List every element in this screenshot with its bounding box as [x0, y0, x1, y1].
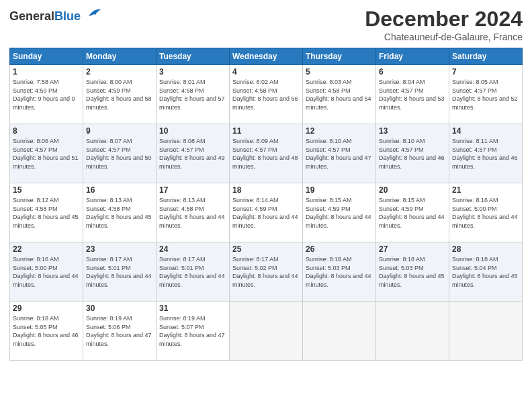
day-number: 22 — [13, 244, 80, 254]
day-info: Sunrise: 8:16 AMSunset: 5:00 PMDaylight:… — [13, 256, 79, 288]
day-number: 15 — [13, 185, 80, 195]
calendar-day-cell: 8 Sunrise: 8:06 AMSunset: 4:57 PMDayligh… — [10, 124, 83, 183]
logo-text: GeneralBlue — [9, 9, 81, 24]
day-info: Sunrise: 8:09 AMSunset: 4:57 PMDaylight:… — [232, 138, 298, 170]
calendar-day-cell: 25 Sunrise: 8:17 AMSunset: 5:02 PMDaylig… — [230, 242, 303, 302]
day-info: Sunrise: 8:18 AMSunset: 5:04 PMDaylight:… — [452, 256, 518, 288]
calendar-day-cell: 19 Sunrise: 8:15 AMSunset: 4:59 PMDaylig… — [303, 183, 376, 242]
day-info: Sunrise: 8:16 AMSunset: 5:00 PMDaylight:… — [452, 197, 518, 229]
day-number: 1 — [13, 67, 80, 77]
day-number: 14 — [452, 126, 519, 136]
calendar-day-cell: 4 Sunrise: 8:02 AMSunset: 4:58 PMDayligh… — [230, 65, 303, 124]
calendar-day-cell: 2 Sunrise: 8:00 AMSunset: 4:59 PMDayligh… — [83, 65, 157, 124]
col-friday: Friday — [376, 48, 449, 65]
calendar-day-cell — [230, 302, 303, 361]
day-number: 17 — [159, 185, 226, 195]
day-info: Sunrise: 8:14 AMSunset: 4:59 PMDaylight:… — [232, 197, 298, 229]
calendar-day-cell: 15 Sunrise: 8:12 AMSunset: 4:58 PMDaylig… — [10, 183, 83, 242]
day-info: Sunrise: 8:13 AMSunset: 4:58 PMDaylight:… — [159, 197, 225, 229]
calendar-day-cell — [303, 302, 376, 361]
day-number: 24 — [159, 244, 226, 254]
calendar-day-cell: 10 Sunrise: 8:08 AMSunset: 4:57 PMDaylig… — [157, 124, 230, 183]
day-number: 10 — [159, 126, 226, 136]
month-title: December 2024 — [365, 7, 523, 32]
calendar-day-cell: 23 Sunrise: 8:17 AMSunset: 5:01 PMDaylig… — [83, 242, 157, 302]
logo-bird-icon — [82, 7, 102, 21]
day-number: 31 — [159, 304, 226, 313]
day-info: Sunrise: 8:19 AMSunset: 5:06 PMDaylight:… — [86, 315, 152, 347]
calendar-week-row: 8 Sunrise: 8:06 AMSunset: 4:57 PMDayligh… — [10, 124, 523, 183]
calendar-day-cell: 9 Sunrise: 8:07 AMSunset: 4:57 PMDayligh… — [83, 124, 157, 183]
calendar-day-cell: 30 Sunrise: 8:19 AMSunset: 5:06 PMDaylig… — [83, 302, 157, 361]
calendar-day-cell: 1 Sunrise: 7:58 AMSunset: 4:59 PMDayligh… — [10, 65, 83, 124]
day-info: Sunrise: 8:17 AMSunset: 5:01 PMDaylight:… — [86, 256, 152, 288]
day-info: Sunrise: 8:10 AMSunset: 4:57 PMDaylight:… — [379, 138, 445, 170]
calendar-day-cell: 22 Sunrise: 8:16 AMSunset: 5:00 PMDaylig… — [10, 242, 83, 302]
day-info: Sunrise: 8:00 AMSunset: 4:59 PMDaylight:… — [86, 79, 152, 111]
calendar-day-cell: 21 Sunrise: 8:16 AMSunset: 5:00 PMDaylig… — [449, 183, 523, 242]
calendar-week-row: 22 Sunrise: 8:16 AMSunset: 5:00 PMDaylig… — [10, 242, 523, 302]
location-subtitle: Chateauneuf-de-Galaure, France — [365, 32, 523, 42]
calendar-week-row: 15 Sunrise: 8:12 AMSunset: 4:58 PMDaylig… — [10, 183, 523, 242]
day-number: 19 — [306, 185, 373, 195]
day-info: Sunrise: 8:18 AMSunset: 5:05 PMDaylight:… — [13, 315, 79, 347]
calendar-day-cell: 18 Sunrise: 8:14 AMSunset: 4:59 PMDaylig… — [230, 183, 303, 242]
col-wednesday: Wednesday — [230, 48, 303, 65]
day-number: 26 — [306, 244, 373, 254]
day-number: 12 — [306, 126, 373, 136]
day-info: Sunrise: 8:03 AMSunset: 4:58 PMDaylight:… — [306, 79, 371, 111]
day-number: 27 — [379, 244, 446, 254]
calendar-day-cell: 20 Sunrise: 8:15 AMSunset: 4:59 PMDaylig… — [376, 183, 449, 242]
day-number: 18 — [232, 185, 300, 195]
calendar-day-cell — [376, 302, 449, 361]
calendar-day-cell: 28 Sunrise: 8:18 AMSunset: 5:04 PMDaylig… — [449, 242, 523, 302]
col-tuesday: Tuesday — [157, 48, 230, 65]
day-info: Sunrise: 8:05 AMSunset: 4:57 PMDaylight:… — [452, 79, 518, 111]
day-info: Sunrise: 8:18 AMSunset: 5:03 PMDaylight:… — [379, 256, 445, 288]
header: GeneralBlue December 2024 Chateauneuf-de… — [9, 7, 523, 42]
day-number: 25 — [232, 244, 300, 254]
day-number: 29 — [13, 304, 80, 313]
day-number: 28 — [452, 244, 519, 254]
day-number: 7 — [452, 67, 519, 77]
calendar-table: Sunday Monday Tuesday Wednesday Thursday… — [9, 48, 523, 361]
calendar-week-row: 1 Sunrise: 7:58 AMSunset: 4:59 PMDayligh… — [10, 65, 523, 124]
calendar-day-cell: 14 Sunrise: 8:11 AMSunset: 4:57 PMDaylig… — [449, 124, 523, 183]
calendar-day-cell: 5 Sunrise: 8:03 AMSunset: 4:58 PMDayligh… — [303, 65, 376, 124]
title-section: December 2024 Chateauneuf-de-Galaure, Fr… — [365, 7, 523, 42]
col-sunday: Sunday — [10, 48, 83, 65]
day-info: Sunrise: 7:58 AMSunset: 4:59 PMDaylight:… — [13, 79, 75, 111]
day-info: Sunrise: 8:10 AMSunset: 4:57 PMDaylight:… — [306, 138, 371, 170]
day-info: Sunrise: 8:15 AMSunset: 4:59 PMDaylight:… — [306, 197, 371, 229]
day-number: 11 — [232, 126, 300, 136]
day-info: Sunrise: 8:04 AMSunset: 4:57 PMDaylight:… — [379, 79, 445, 111]
day-info: Sunrise: 8:11 AMSunset: 4:57 PMDaylight:… — [452, 138, 518, 170]
day-number: 20 — [379, 185, 446, 195]
day-number: 21 — [452, 185, 519, 195]
day-info: Sunrise: 8:01 AMSunset: 4:58 PMDaylight:… — [159, 79, 225, 111]
day-number: 6 — [379, 67, 446, 77]
calendar-day-cell: 7 Sunrise: 8:05 AMSunset: 4:57 PMDayligh… — [449, 65, 523, 124]
col-thursday: Thursday — [303, 48, 376, 65]
day-number: 5 — [306, 67, 373, 77]
calendar-day-cell: 27 Sunrise: 8:18 AMSunset: 5:03 PMDaylig… — [376, 242, 449, 302]
day-info: Sunrise: 8:18 AMSunset: 5:03 PMDaylight:… — [306, 256, 371, 288]
day-number: 23 — [86, 244, 153, 254]
calendar-day-cell: 6 Sunrise: 8:04 AMSunset: 4:57 PMDayligh… — [376, 65, 449, 124]
day-info: Sunrise: 8:17 AMSunset: 5:01 PMDaylight:… — [159, 256, 225, 288]
calendar-day-cell: 11 Sunrise: 8:09 AMSunset: 4:57 PMDaylig… — [230, 124, 303, 183]
day-info: Sunrise: 8:17 AMSunset: 5:02 PMDaylight:… — [232, 256, 298, 288]
col-saturday: Saturday — [449, 48, 523, 65]
logo: GeneralBlue — [9, 9, 102, 24]
calendar-day-cell — [449, 302, 523, 361]
day-number: 2 — [86, 67, 153, 77]
calendar-day-cell: 29 Sunrise: 8:18 AMSunset: 5:05 PMDaylig… — [10, 302, 83, 361]
calendar-day-cell: 31 Sunrise: 8:19 AMSunset: 5:07 PMDaylig… — [157, 302, 230, 361]
calendar-day-cell: 13 Sunrise: 8:10 AMSunset: 4:57 PMDaylig… — [376, 124, 449, 183]
day-info: Sunrise: 8:07 AMSunset: 4:57 PMDaylight:… — [86, 138, 152, 170]
day-info: Sunrise: 8:19 AMSunset: 5:07 PMDaylight:… — [159, 315, 225, 347]
day-info: Sunrise: 8:06 AMSunset: 4:57 PMDaylight:… — [13, 138, 79, 170]
calendar-week-row: 29 Sunrise: 8:18 AMSunset: 5:05 PMDaylig… — [10, 302, 523, 361]
calendar-day-cell: 16 Sunrise: 8:13 AMSunset: 4:58 PMDaylig… — [83, 183, 157, 242]
day-number: 4 — [232, 67, 300, 77]
